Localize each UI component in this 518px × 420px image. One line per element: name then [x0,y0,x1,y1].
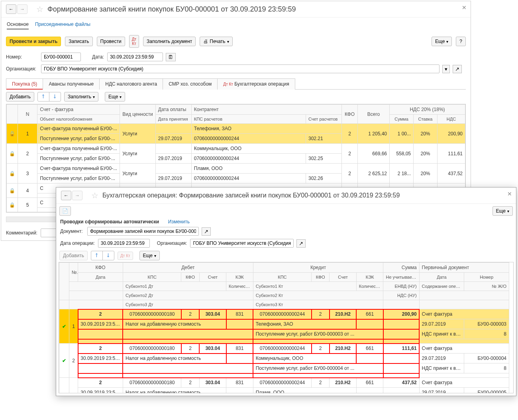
col-account: Счет расчетов [306,115,342,124]
main-toolbar: Провести и закрыть Записать Провести ДтК… [1,32,471,51]
move-up-button[interactable]: 🡑 [38,92,49,101]
number-label: Номер: [6,54,38,60]
table-row[interactable]: 🔒 1 Счет-фактура полученный БУ00-...Услу… [7,124,465,134]
op-date-label: Дата операции: [60,240,95,242]
tab-nds-agent[interactable]: НДС налогового агента [99,78,163,90]
add-row-button[interactable]: Добавить [6,92,34,102]
dtkt-button[interactable]: ДтКт [129,35,139,48]
doc-open-button[interactable]: ↗ [202,227,211,236]
col-rate: Ставка [414,115,438,124]
help-button[interactable]: ? [456,37,466,46]
tabs: Покупка (5) Авансы полученные НДС налого… [6,78,466,90]
col-sum: Сумма [390,115,414,124]
toolbar-2: 📄 Еще [56,204,516,218]
comment-label: Комментарий: [6,230,37,236]
org-input-2[interactable] [190,239,294,242]
save-button[interactable]: Записать [65,37,92,46]
col-nds: НДС [438,115,465,124]
lock-icon: 🔒 [9,171,15,176]
nav-main[interactable]: Основное [7,20,29,29]
tab-advances[interactable]: Авансы полученные [43,78,100,90]
col-n: N [18,105,37,124]
accounting-operation-window: ← → ☆ Бухгалтерская операция: Формирован… [56,187,516,242]
col-counterparty: Контрагент [191,105,341,115]
org-open-button-2[interactable]: ↗ [296,239,306,242]
lock-icon: 🔒 [9,131,15,137]
col-invoice: Счет - фактура [37,105,120,115]
table-row[interactable]: 🔒 3 Счет-фактура полученный БУ00-...Услу… [7,164,465,174]
org-input[interactable] [41,64,440,73]
dtkt-icon: ДтКт [132,37,136,46]
table-row[interactable]: 🔒 2 Счет-фактура полученный БУ00-...Услу… [7,144,465,154]
close-icon[interactable]: ✕ [462,4,467,11]
print-label: Печать [210,39,225,44]
op-date-input[interactable] [98,239,150,242]
tab-purchases[interactable]: Покупка (5) [6,78,43,90]
titlebar-2: ← → ☆ Бухгалтерская операция: Формирован… [56,188,516,204]
window-title: Формирование записей книги покупок БУ00-… [47,5,296,14]
col-tax-object: Объект налогообложения [37,115,120,124]
org-label-2: Организация: [157,240,187,242]
more-button[interactable]: Еще [432,37,452,46]
auto-postings-label: Проводки сформированы автоматически [60,219,159,225]
org-dropdown-button[interactable]: ▾ [442,65,450,73]
lock-icon: 🔒 [9,202,15,208]
lock-icon: 🔒 [9,188,15,193]
move-down-button[interactable]: 🡓 [49,92,61,101]
nav-forward-button[interactable]: → [17,4,27,14]
col-accept-date: Дата принятия [155,115,191,124]
col-pay-date: Дата оплаты [155,105,191,115]
nav-forward-button-2[interactable]: → [72,191,82,200]
doc-label: Документ: [60,229,84,234]
table-toolbar: Добавить 🡑 🡓 Заполнить Еще [1,90,471,104]
calendar-button[interactable]: 🗓 [166,53,176,61]
nav-back-button[interactable]: ← [6,4,16,14]
section-nav: Основное Присоединенные файлы [1,18,471,32]
fill-document-button[interactable]: Заполнить документ [143,37,196,46]
col-type: Вид ценности [120,105,156,124]
table-more-button[interactable]: Еще [105,92,125,102]
lock-icon: 🔒 [9,151,15,156]
post-button[interactable]: Провести [97,37,125,46]
report-button[interactable]: 📄 [59,206,71,216]
change-link[interactable]: Изменить [168,219,190,225]
org-label: Организация: [6,66,38,72]
date-label: Дата: [92,54,104,60]
number-input[interactable] [41,53,81,61]
doc-input[interactable] [87,227,199,236]
fill-button[interactable]: Заполнить [64,92,98,102]
col-kfo: КФО [342,105,358,124]
close-icon-2[interactable]: ✕ [507,191,512,197]
post-and-close-button[interactable]: Провести и закрыть [6,37,61,46]
nav-back-button-2[interactable]: ← [61,191,71,200]
col-kps: КПС расчетов [191,115,306,124]
nav-attached-files[interactable]: Присоединенные файлы [35,20,90,29]
org-open-button[interactable]: ↗ [453,65,462,73]
print-button[interactable]: 🖨 Печать [200,37,232,46]
titlebar: ← → ☆ Формирование записей книги покупок… [1,1,471,18]
move-row-buttons: 🡑 🡓 [37,92,61,102]
favorite-star-icon-2[interactable]: ☆ [91,191,98,200]
window-title-2: Бухгалтерская операция: Формирование зап… [102,192,400,199]
tab-smr[interactable]: СМР хоз. способом [163,78,218,90]
favorite-star-icon[interactable]: ☆ [36,4,43,14]
tab-accounting-op[interactable]: Дт Кт Бухгалтерская операция [217,78,295,90]
tab-accounting-op-label: Бухгалтерская операция [234,81,289,87]
col-total: Всего [358,105,390,124]
more-button-2[interactable]: Еще [492,206,513,216]
date-input[interactable] [107,53,163,61]
col-nds-group: НДС 20% (18%) [390,105,465,115]
dtkt-icon: Дт Кт [223,82,233,86]
